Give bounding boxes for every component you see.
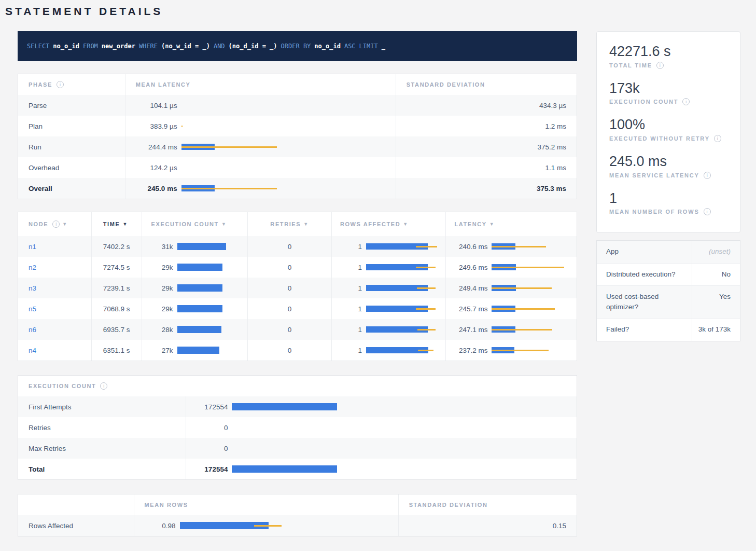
latency-column-header[interactable]: LATENCY ▼ <box>445 212 577 236</box>
node-link[interactable]: n3 <box>29 284 36 292</box>
latency-bar <box>492 263 570 271</box>
phase-label: Overall <box>18 178 125 199</box>
phase-label: Overhead <box>18 157 125 178</box>
stat-label: TOTAL TIME <box>609 62 652 68</box>
empty-header-cell <box>18 494 134 515</box>
execution-count-column-header[interactable]: EXECUTION COUNT ▼ <box>142 212 248 236</box>
time-value: 6935.7 s <box>91 319 142 340</box>
sql-token: SELECT <box>27 43 49 50</box>
execution-count-table-header: EXECUTION COUNT i <box>18 376 107 396</box>
info-icon[interactable]: i <box>682 98 690 105</box>
rows-affected-column-header[interactable]: ROWS AFFECTED ▼ <box>331 212 446 236</box>
node-row: n4 6351.1 s 27k 0 1 237.2 ms <box>18 340 577 361</box>
sql-token: new_order <box>102 43 135 50</box>
stat-value: 42271.6 s <box>609 44 727 60</box>
sort-arrow-icon: ▼ <box>221 222 227 227</box>
rows-affected-bar <box>366 325 440 334</box>
table-row: Run 244.4 ms 375.2 ms <box>18 136 577 157</box>
phase-label: Plan <box>18 116 125 136</box>
node-link[interactable]: n1 <box>29 243 36 251</box>
info-icon[interactable]: i <box>714 135 721 142</box>
node-row: n6 6935.7 s 28k 0 1 247.1 ms <box>18 319 577 340</box>
rows-affected-value: 1 <box>339 347 362 354</box>
info-icon[interactable]: i <box>52 221 60 228</box>
node-link[interactable]: n6 <box>29 326 36 334</box>
node-row: n1 7402.2 s 31k 0 1 240.6 ms <box>18 236 577 257</box>
latency-bar <box>181 184 389 192</box>
detail-value: No <box>692 264 740 285</box>
sql-token: ASC <box>344 43 356 50</box>
sql-token: LIMIT <box>359 43 378 50</box>
sql-token: (no_w_id = _) <box>161 43 210 50</box>
stat-label: EXECUTION COUNT <box>609 99 678 105</box>
time-value: 7068.9 s <box>91 298 142 319</box>
stat-execution-count: 173k EXECUTION COUNTi <box>609 81 727 106</box>
time-column-header[interactable]: TIME ▼ <box>91 212 142 236</box>
std-dev-value: 375.2 ms <box>396 136 577 157</box>
info-icon[interactable]: i <box>704 172 711 179</box>
node-row: n2 7274.5 s 29k 0 1 249.6 ms <box>18 257 577 278</box>
stat-value: 245.0 ms <box>609 154 727 170</box>
table-row: First Attempts 172554 <box>18 396 577 417</box>
latency-bar <box>492 284 570 292</box>
exec-row-label: Max Retries <box>18 438 186 459</box>
retries-value: 0 <box>247 340 331 361</box>
retries-value: 0 <box>247 278 331 298</box>
stat-label: EXECUTED WITHOUT RETRY <box>609 135 710 142</box>
sql-token: (no_d_id = _) <box>229 43 277 50</box>
info-icon[interactable]: i <box>704 208 711 215</box>
latency-value: 249.6 ms <box>452 264 487 271</box>
exec-header-label: EXECUTION COUNT <box>151 221 219 227</box>
rows-affected-label: Rows Affected <box>18 515 134 536</box>
info-icon[interactable]: i <box>100 382 107 390</box>
retries-value: 0 <box>247 298 331 319</box>
node-row: n3 7239.1 s 29k 0 1 249.4 ms <box>18 278 577 298</box>
summary-stats-card: 42271.6 s TOTAL TIMEi 173k EXECUTION COU… <box>596 31 740 233</box>
latency-bar <box>492 305 570 313</box>
detail-value: Yes <box>692 286 740 319</box>
sql-statement: SELECT no_o_id FROM new_order WHERE (no_… <box>18 31 577 61</box>
latency-value: 240.6 ms <box>452 243 487 251</box>
stat-value: 100% <box>609 117 727 133</box>
latency-value: 249.4 ms <box>452 284 487 292</box>
rows-affected-value: 1 <box>339 264 362 271</box>
retries-column-header[interactable]: RETRIES ▼ <box>247 212 331 236</box>
table-row-total: Total 172554 <box>18 459 577 479</box>
execution-count-title: EXECUTION COUNT <box>29 383 96 389</box>
exec-count-bar <box>177 346 242 354</box>
mean-latency-value: 104.1 µs <box>136 102 177 109</box>
stat-value: 173k <box>609 81 727 97</box>
info-icon[interactable]: i <box>57 81 64 88</box>
latency-bar <box>181 163 389 172</box>
rows-affected-value: 1 <box>339 305 362 313</box>
latency-bar <box>492 346 570 354</box>
node-link[interactable]: n4 <box>29 347 36 354</box>
stat-executed-without-retry: 100% EXECUTED WITHOUT RETRYi <box>609 117 727 142</box>
node-link[interactable]: n2 <box>29 264 36 271</box>
latency-header-label: LATENCY <box>454 221 486 227</box>
latency-bar <box>492 325 570 334</box>
detail-row-app: App (unset) <box>597 241 740 263</box>
detail-row-failed: Failed? 3k of 173k <box>597 318 740 340</box>
table-row: Overhead 124.2 µs 1.1 ms <box>18 157 577 178</box>
rows-header-label: ROWS AFFECTED <box>340 221 400 227</box>
standard-deviation-column-header: STANDARD DEVIATION <box>398 494 577 515</box>
latency-bar <box>181 101 389 109</box>
sql-token: WHERE <box>139 43 158 50</box>
node-header-label: NODE <box>29 221 48 227</box>
table-row: Rows Affected 0.98 0.15 <box>18 515 577 536</box>
exec-row-value: 0 <box>191 424 228 432</box>
standard-deviation-column-header: STANDARD DEVIATION <box>396 74 577 95</box>
latency-value: 245.7 ms <box>452 305 487 313</box>
exec-row-value: 0 <box>191 445 228 452</box>
node-link[interactable]: n5 <box>29 305 36 313</box>
stat-mean-service-latency: 245.0 ms MEAN SERVICE LATENCYi <box>609 154 727 179</box>
info-icon[interactable]: i <box>656 62 664 69</box>
detail-row-distributed-execution: Distributed execution? No <box>597 263 740 285</box>
phase-column-header: PHASE i <box>18 74 125 95</box>
exec-count-value: 29k <box>150 305 173 313</box>
node-column-header[interactable]: NODE i ▼ <box>18 212 91 236</box>
exec-count-bar <box>232 465 570 473</box>
table-row-overall: Overall 245.0 ms 375.3 ms <box>18 178 577 199</box>
mean-latency-value: 124.2 µs <box>136 164 177 172</box>
